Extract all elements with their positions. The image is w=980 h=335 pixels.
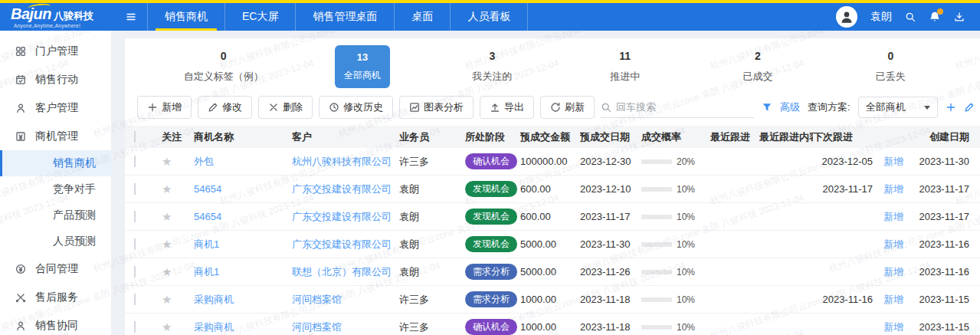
opportunity-name-link[interactable]: 商机1 <box>194 238 219 250</box>
opportunity-name-link[interactable]: 商机1 <box>194 266 219 278</box>
search-icon[interactable] <box>905 11 916 22</box>
add-follow-link[interactable]: 新增 <box>883 156 903 167</box>
toolbar-button[interactable]: 删除 <box>258 96 313 119</box>
row-checkbox[interactable] <box>134 321 136 333</box>
sidebar-item-竞争对手[interactable]: 竞争对手 <box>0 176 111 202</box>
stat-item[interactable]: 0 已丢失 <box>860 50 921 84</box>
table-header-row: 关注 商机名称 客户 业务员 所处阶段 预成交金额 预成交日期 成交概率 最近跟… <box>125 126 980 148</box>
row-checkbox[interactable] <box>134 238 136 250</box>
stat-item[interactable]: 11 推进中 <box>595 50 656 84</box>
sidebar-item-商机管理[interactable]: 商机管理 <box>0 122 111 150</box>
customer-link[interactable]: 广东交投建设有限公司 <box>292 183 392 195</box>
row-checkbox[interactable] <box>134 294 136 305</box>
favorite-star-icon[interactable]: ★ <box>162 294 172 306</box>
opportunity-name-link[interactable]: 采购商机 <box>194 294 234 305</box>
sidebar-item-人员预测[interactable]: 人员预测 <box>0 228 111 255</box>
sidebar-item-合同管理[interactable]: 合同管理 <box>0 255 111 283</box>
probability-value: 10% <box>677 267 695 278</box>
filter-funnel-icon[interactable] <box>762 102 772 113</box>
row-checkbox[interactable] <box>134 211 136 222</box>
favorite-star-icon[interactable]: ★ <box>162 266 172 278</box>
favorite-star-icon[interactable]: ★ <box>162 156 172 168</box>
toolbar-button[interactable]: 图表分析 <box>399 96 474 119</box>
stat-item[interactable]: 2 已成交 <box>727 50 788 84</box>
toolbar-button[interactable]: 新增 <box>137 96 192 119</box>
created-date: 2023-11-30 <box>919 156 980 167</box>
user-name[interactable]: 袁朗 <box>870 10 892 24</box>
customer-link[interactable]: 河间档案馆 <box>292 321 342 333</box>
col-stage[interactable]: 所处阶段 <box>465 130 520 144</box>
add-follow-link[interactable]: 新增 <box>883 266 903 278</box>
stat-item[interactable]: 0 自定义标签（例） <box>184 50 264 84</box>
sidebar-item-销售商机[interactable]: 销售商机 <box>0 150 111 176</box>
stat-label: 我关注的 <box>461 70 523 84</box>
header-tab[interactable]: 销售商机 <box>147 3 225 31</box>
favorite-star-icon[interactable]: ★ <box>162 321 172 333</box>
col-probability[interactable]: 成交概率 <box>641 130 710 144</box>
stat-item[interactable]: 13 全部商机 <box>335 45 390 88</box>
select-all-checkbox[interactable] <box>134 131 136 143</box>
query-plan-select[interactable]: 全部商机 <box>858 97 938 118</box>
search-input[interactable] <box>616 101 754 113</box>
customer-link[interactable]: 河间档案馆 <box>292 294 342 305</box>
toolbar-button[interactable]: 修改历史 <box>319 96 393 119</box>
add-follow-link[interactable]: 新增 <box>883 294 903 305</box>
opportunity-name-link[interactable]: 采购商机 <box>194 321 234 333</box>
row-checkbox[interactable] <box>134 156 136 167</box>
favorite-star-icon[interactable]: ★ <box>162 211 172 223</box>
col-created[interactable]: 创建日期 <box>919 130 980 144</box>
sidebar-item-产品预测[interactable]: 产品预测 <box>0 202 111 228</box>
add-follow-link[interactable]: 新增 <box>883 211 903 222</box>
add-plan-icon[interactable] <box>946 102 956 113</box>
toolbar-button[interactable]: 导出 <box>480 96 534 119</box>
toolbar-button[interactable]: 修改 <box>198 96 252 119</box>
header-tab[interactable]: EC大屏 <box>225 3 295 31</box>
sidebar-item-售后服务[interactable]: 售后服务 <box>0 283 111 311</box>
col-amount[interactable]: 预成交金额 <box>520 130 580 144</box>
search-input-icon <box>601 102 611 113</box>
sidebar-item-门户管理[interactable]: 门户管理 <box>0 37 111 65</box>
col-recent-follow-content[interactable]: 最近跟进内容 <box>759 130 813 144</box>
toolbar-button[interactable]: 刷新 <box>540 96 595 119</box>
row-checkbox[interactable] <box>134 266 136 278</box>
col-expected-date[interactable]: 预成交日期 <box>580 130 641 144</box>
opportunity-name-link[interactable]: 54654 <box>194 211 221 222</box>
header-tab[interactable]: 桌面 <box>394 3 450 31</box>
add-follow-link[interactable]: 新增 <box>883 238 903 250</box>
opportunity-name-link[interactable]: 外包 <box>194 156 214 167</box>
bell-icon[interactable] <box>929 11 941 23</box>
stat-item[interactable]: 3 我关注的 <box>461 50 523 84</box>
col-name[interactable]: 商机名称 <box>194 130 292 144</box>
col-customer[interactable]: 客户 <box>292 130 399 144</box>
stage-badge: 确认机会 <box>465 319 517 335</box>
add-follow-link[interactable]: 新增 <box>883 183 903 195</box>
header-tab[interactable]: 销售管理桌面 <box>295 3 394 31</box>
download-icon[interactable] <box>954 11 965 22</box>
col-favorite[interactable]: 关注 <box>162 130 194 144</box>
probability-bar <box>641 270 672 274</box>
avatar[interactable] <box>836 6 857 28</box>
salesperson-name: 袁朗 <box>399 238 465 251</box>
advanced-search-link[interactable]: 高级 <box>780 100 800 114</box>
col-recent-follow[interactable]: 最近跟进 <box>710 130 759 144</box>
edit-plan-icon[interactable] <box>964 102 975 113</box>
probability-bar <box>641 215 672 219</box>
header-tab[interactable]: 人员看板 <box>450 3 528 31</box>
row-checkbox[interactable] <box>134 183 136 195</box>
add-follow-link[interactable]: 新增 <box>883 321 903 333</box>
brand-name-cn: 八骏科技 <box>54 9 93 23</box>
customer-link[interactable]: 广东交投建设有限公司 <box>292 211 392 222</box>
col-salesperson[interactable]: 业务员 <box>399 130 465 144</box>
sidebar-item-销售行动[interactable]: 销售行动 <box>0 65 111 94</box>
col-next-follow[interactable]: 下次跟进 <box>813 130 919 144</box>
sidebar-item-客户管理[interactable]: 客户管理 <box>0 94 111 122</box>
menu-toggle-icon[interactable] <box>115 3 147 31</box>
customer-link[interactable]: 广东交投建设有限公司 <box>292 238 392 250</box>
stage-badge: 发现机会 <box>465 181 517 198</box>
favorite-star-icon[interactable]: ★ <box>162 238 172 251</box>
customer-link[interactable]: 杭州八骏科技有限公司 <box>292 156 392 167</box>
opportunity-name-link[interactable]: 54654 <box>194 183 221 195</box>
favorite-star-icon[interactable]: ★ <box>162 183 172 195</box>
customer-link[interactable]: 联想（北京）有限公司 <box>292 266 392 278</box>
sidebar-item-销售协同[interactable]: 销售协同 <box>0 311 111 335</box>
